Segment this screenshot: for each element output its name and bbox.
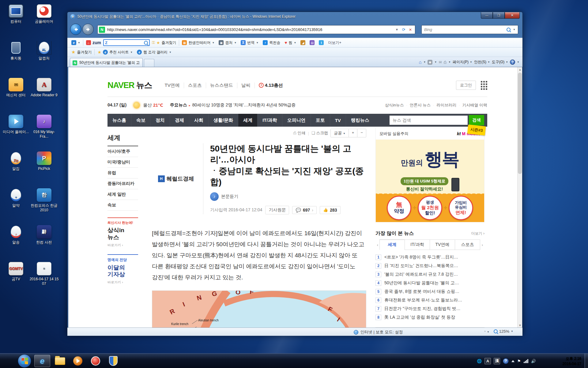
nav-photo[interactable]: 포토: [311, 114, 330, 127]
news-list-item[interactable]: 6 휴대전화로 부모께 유서·노모 돌보느라…: [375, 296, 484, 305]
home-dropdown-icon[interactable]: ▼: [424, 61, 426, 63]
taskbar-media-player-button[interactable]: [70, 355, 86, 367]
url-text[interactable]: http://news.naver.com/main/read.nhn?oid=…: [107, 27, 394, 32]
publisher-logo[interactable]: H 헤럴드경제: [152, 143, 203, 214]
menu-tv-enter[interactable]: TV연예: [161, 82, 184, 88]
scrollbar-thumb[interactable]: [518, 73, 522, 174]
taskbar-clock[interactable]: 오후 2:16 2016-04-17: [563, 356, 581, 367]
more-addons-button[interactable]: 더보기+: [326, 39, 343, 46]
naver-logo[interactable]: NAVER뉴스: [107, 80, 152, 91]
zoom-control[interactable]: 125% ▼: [494, 329, 513, 334]
news-list-item[interactable]: 1 <르포> '가족 8명이 죽 두그릇'…日지…: [375, 253, 484, 262]
nav-politics[interactable]: 정치: [150, 114, 170, 127]
news-list-item[interactable]: 5 중국 졸부, 8명 로봇 여비서 대동 쇼핑…: [375, 287, 484, 296]
address-bar[interactable]: N http://news.naver.com/main/read.nhn?oi…: [97, 25, 415, 34]
original-article-button[interactable]: 기사원문: [265, 206, 289, 214]
magnifier-icon[interactable]: [507, 28, 511, 32]
taskbar-explorer-button[interactable]: [52, 355, 68, 367]
weather-city[interactable]: 울산: [143, 102, 152, 108]
zum-search-box[interactable]: Z: [103, 39, 150, 46]
nav-it-science[interactable]: IT/과학: [257, 114, 282, 127]
ime-a-indicator[interactable]: A: [484, 358, 491, 364]
desktop-icon-alzip[interactable]: Zip 알집: [1, 151, 31, 171]
tab-it-science[interactable]: IT/과학: [405, 240, 430, 250]
nav-life-culture[interactable]: 생활/문화: [208, 114, 238, 127]
sidebar-item-world-general[interactable]: 세계 일반: [107, 189, 138, 200]
weather-temp[interactable]: 21℃: [153, 103, 163, 108]
nav-ranking[interactable]: 랭킹뉴스: [346, 114, 374, 127]
taskbar-ie-button[interactable]: e: [34, 355, 50, 367]
desktop-icon-alcapture[interactable]: AL 알캡처: [29, 41, 59, 61]
new-tab-button[interactable]: [144, 59, 154, 67]
menu-newsstand[interactable]: 뉴스스탠드: [206, 82, 237, 88]
tab-sports[interactable]: 스포츠: [455, 240, 480, 250]
search-box[interactable]: Bing ▼: [421, 25, 518, 34]
desktop-icon-alsong[interactable]: ♪ 알송: [1, 225, 31, 245]
scroll-down-icon[interactable]: ▼: [518, 324, 522, 327]
desktop-icon-messenger-center[interactable]: ✉ 메신저 센터: [1, 78, 31, 98]
start-button[interactable]: [18, 354, 31, 368]
menu-sports[interactable]: 스포츠: [184, 82, 206, 88]
quicksend-button[interactable]: ⚡ 퀵전송: [261, 39, 282, 46]
ime-lang-icon[interactable]: 🌐: [477, 359, 482, 363]
help-dropdown-icon[interactable]: ▼: [517, 61, 519, 63]
page-menu[interactable]: 페이지(P)▼: [453, 59, 472, 65]
rss-icon[interactable]: ◉: [428, 60, 432, 65]
search-dropdown-icon[interactable]: ▼: [513, 28, 515, 31]
ie-addon-menu[interactable]: e ▼: [69, 39, 82, 46]
ime-help-icon[interactable]: ?: [503, 358, 509, 364]
news-search-button[interactable]: 검색: [469, 115, 484, 125]
twitter-button[interactable]: t: [317, 39, 326, 46]
jjim-button[interactable]: ♥ 찜▼: [282, 39, 298, 46]
news-list-item[interactable]: 8 美 LA 고교에 '성 중립 화장실' 첫 등장: [375, 313, 484, 322]
tabs-next-icon[interactable]: ›: [480, 243, 484, 247]
news-list-item[interactable]: 4 50년만에 동시다발 꿈틀대는 '불의 고…: [375, 279, 484, 287]
action-center-flag-icon[interactable]: ⚑: [517, 359, 521, 363]
horn-button[interactable]: ◢: [298, 39, 307, 46]
font-bigger-button[interactable]: +: [349, 129, 357, 137]
suggested-sites-button[interactable]: ★ e 추천 사이트▼: [95, 48, 135, 56]
desktop-icon-mp3-file[interactable]: ♪ 016 My Way-Fra...: [29, 115, 59, 139]
desktop-icon-gom-player[interactable]: 곰플레이어: [29, 4, 59, 24]
font-size-button[interactable]: 글꼴 ▼: [331, 129, 349, 137]
favorites-button[interactable]: ★ 즐겨찾기: [69, 48, 94, 56]
scrap-button[interactable]: ❏ 스크랩: [311, 130, 328, 136]
tools-menu[interactable]: 도구(O)▼: [492, 59, 508, 65]
taskbar-gom-button[interactable]: [88, 355, 104, 367]
news-list-item[interactable]: 3 '불의 고리' 에콰도르서 규모 7.8 강진…: [375, 270, 484, 279]
close-button[interactable]: ✕: [505, 12, 520, 19]
kt-mmobile-ad[interactable]: 시즌#3 모바일 실용주의 ktM mobile 만원의행복 1만원 대 USI…: [375, 128, 484, 222]
taskbar-alyac-button[interactable]: [105, 355, 121, 367]
sidebar-item-mideast-africa[interactable]: 중동/아프리카: [107, 178, 138, 189]
desktop-icon-computer[interactable]: 컴퓨터: [1, 4, 31, 24]
capture-button[interactable]: ▣ 캡처▼: [217, 39, 239, 46]
ime-hanja-indicator[interactable]: 漢: [494, 358, 500, 364]
news-list-item[interactable]: 2 日 '지진 도미노' 건드렸나…북동쪽으…: [375, 262, 484, 270]
all-services-icon[interactable]: [481, 81, 487, 90]
tab-tv-enter[interactable]: TV연예: [430, 240, 455, 250]
print-article-button[interactable]: ⎙ 인쇄: [293, 130, 306, 136]
stop-icon[interactable]: ✕: [407, 28, 414, 32]
forward-button[interactable]: [82, 24, 94, 35]
window-titlebar[interactable]: e 50년만에 동시다발 꿈틀대는 '불의 고리'...아시아ㆍ중남미로 확산되…: [67, 12, 522, 21]
nav-economy[interactable]: 경제: [170, 114, 189, 127]
compat-icon[interactable]: ◔ ▼: [483, 329, 489, 334]
volume-icon[interactable]: 🔊: [531, 359, 536, 363]
sidebar-item-america[interactable]: 미국/중남미: [107, 157, 138, 168]
url-dropdown-icon[interactable]: ▼: [394, 28, 400, 31]
nav-opinion[interactable]: 오피니언: [282, 114, 311, 127]
listen-button[interactable]: ♪ 본문듣기: [210, 192, 366, 201]
desktop-icon-gomtv[interactable]: GOMTV 곰TV: [1, 262, 31, 282]
link-article-history[interactable]: 기사배열 이력: [462, 102, 487, 108]
desktop-icon-alyac[interactable]: + 알약: [1, 188, 31, 208]
scroll-up-icon[interactable]: ▲: [518, 68, 522, 71]
nav-world[interactable]: 세계: [238, 114, 257, 127]
zum-search-icon[interactable]: [144, 41, 148, 45]
nav-newshome[interactable]: 뉴스홈: [107, 114, 131, 127]
like-button[interactable]: 👍283: [320, 206, 341, 214]
safety-menu[interactable]: 안전(S)▼: [474, 59, 490, 65]
show-desktop-button[interactable]: [585, 354, 588, 368]
print-icon[interactable]: ⎙: [443, 60, 447, 64]
desktop-icon-adobe-reader[interactable]: A Adobe Reader 9: [29, 78, 59, 98]
nav-breaking[interactable]: 속보: [131, 114, 150, 127]
